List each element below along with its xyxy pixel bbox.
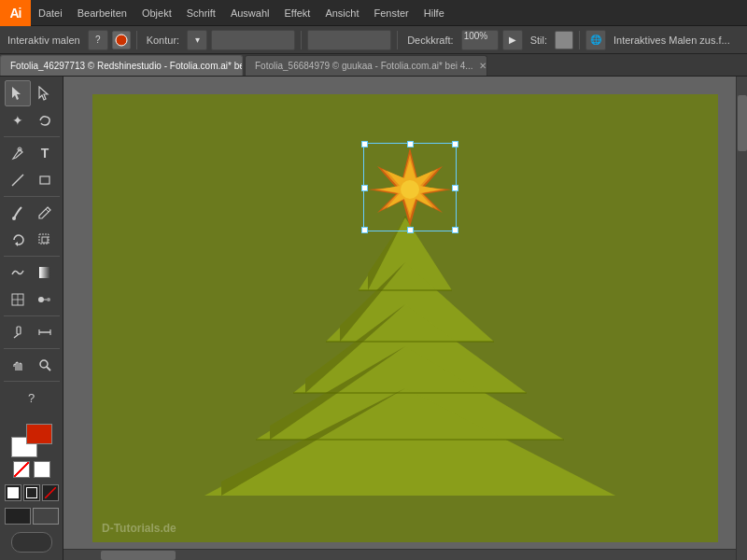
tab-2-label: Fotolia_56684979 © guukaa - Fotolia.com.…: [255, 61, 473, 71]
tool-mesh[interactable]: [5, 287, 31, 313]
stil-swatch[interactable]: [555, 31, 573, 49]
menu-auswahl[interactable]: Auswahl: [223, 0, 277, 25]
svg-rect-11: [39, 267, 50, 278]
menu-schrift[interactable]: Schrift: [179, 0, 223, 25]
svg-point-23: [40, 360, 48, 368]
color-mode-none[interactable]: [42, 484, 59, 501]
tab-bar: Fotolia_46297713 © Redshinestudio - Foto…: [0, 54, 747, 77]
star-ornament[interactable]: [363, 143, 457, 231]
kontur-toggle[interactable]: ▾: [187, 30, 207, 50]
kontur-select[interactable]: [211, 30, 295, 50]
tab-2-close[interactable]: ✕: [479, 61, 486, 71]
svg-line-19: [14, 334, 19, 338]
deckkraft-up[interactable]: ▶: [502, 30, 523, 50]
none-swatch[interactable]: [13, 461, 30, 478]
svg-line-24: [47, 367, 50, 371]
menu-bearbeiten[interactable]: Bearbeiten: [70, 0, 134, 25]
tool-scale[interactable]: [32, 227, 58, 253]
tools-panel: ✦ T: [0, 77, 63, 560]
tool-shape[interactable]: [32, 167, 58, 193]
tool-brush[interactable]: [5, 200, 31, 226]
tool-hand[interactable]: [5, 352, 31, 378]
kontur-label: Kontur:: [143, 35, 183, 46]
svg-line-4: [12, 175, 23, 186]
tool-blend[interactable]: [32, 287, 58, 313]
options-toolbar: Interaktiv malen ? Kontur: ▾ Deckkraft: …: [0, 26, 747, 54]
svg-point-16: [47, 298, 50, 301]
color-swatches: [11, 424, 52, 457]
foreground-color-swatch[interactable]: [26, 424, 52, 444]
tool-lasso[interactable]: [32, 107, 58, 133]
tool-select[interactable]: [5, 80, 31, 106]
view-mode-toggle[interactable]: [11, 532, 52, 553]
screen-mode-normal[interactable]: [5, 508, 31, 525]
tool-rotate[interactable]: [5, 227, 31, 253]
svg-line-7: [46, 209, 49, 212]
tool-warp[interactable]: [5, 259, 31, 286]
menu-datei[interactable]: Datei: [31, 0, 70, 25]
svg-point-0: [116, 35, 127, 46]
star-svg: [363, 143, 457, 231]
deckkraft-value[interactable]: 100%: [461, 30, 499, 50]
toolbar-mode-label: Interaktiv malen: [4, 35, 84, 46]
tool-text[interactable]: T: [32, 140, 58, 166]
svg-rect-9: [42, 237, 48, 243]
tool-question[interactable]: ?: [19, 385, 45, 411]
white-swatch[interactable]: [34, 461, 50, 478]
svg-marker-1: [12, 87, 21, 100]
menu-effekt[interactable]: Effekt: [276, 0, 317, 25]
menu-objekt[interactable]: Objekt: [134, 0, 179, 25]
style-select[interactable]: [307, 30, 391, 50]
tool-measure[interactable]: [32, 319, 58, 345]
color-mode-stroke[interactable]: [23, 484, 40, 501]
tab-1-label: Fotolia_46297713 © Redshinestudio - Foto…: [10, 61, 243, 71]
toolbar-help-btn[interactable]: ?: [88, 30, 108, 50]
horizontal-scrollbar[interactable]: [63, 549, 736, 560]
tool-pencil[interactable]: [32, 200, 58, 226]
canvas-area[interactable]: D-Tutorials.de: [63, 77, 747, 560]
menu-hilfe[interactable]: Hilfe: [416, 0, 452, 25]
tool-magic-wand[interactable]: ✦: [5, 107, 31, 133]
color-area: [4, 424, 60, 556]
svg-point-46: [401, 180, 419, 199]
globe-btn[interactable]: 🌐: [585, 30, 606, 50]
tool-pen[interactable]: [5, 140, 31, 166]
svg-marker-8: [15, 242, 18, 246]
color-mode-fill[interactable]: [5, 484, 21, 501]
menu-bar: Ai Datei Bearbeiten Objekt Schrift Auswa…: [0, 0, 747, 26]
svg-point-6: [12, 217, 16, 220]
vscroll-thumb[interactable]: [738, 95, 747, 151]
svg-line-27: [45, 487, 56, 498]
hint-text: Interaktives Malen zus.f...: [610, 35, 734, 46]
svg-rect-5: [40, 176, 49, 184]
svg-marker-37: [204, 388, 615, 496]
artboard: D-Tutorials.de: [92, 94, 718, 542]
tool-eyedropper[interactable]: [5, 319, 31, 345]
screen-mode-full[interactable]: [33, 508, 59, 525]
tool-line[interactable]: [5, 167, 31, 193]
hscroll-thumb[interactable]: [101, 551, 176, 560]
tab-1[interactable]: Fotolia_46297713 © Redshinestudio - Foto…: [0, 55, 243, 76]
menu-ansicht[interactable]: Ansicht: [317, 0, 366, 25]
svg-marker-2: [39, 87, 48, 100]
tool-gradient[interactable]: [32, 259, 58, 286]
app-logo: Ai: [0, 0, 31, 26]
deckkraft-label: Deckkraft:: [403, 35, 458, 46]
tool-zoom[interactable]: [32, 352, 58, 378]
menu-fenster[interactable]: Fenster: [366, 0, 416, 25]
vertical-scrollbar[interactable]: [736, 77, 747, 560]
toolbar-paint-icon[interactable]: [112, 31, 131, 49]
stil-label: Stil:: [527, 35, 551, 46]
tab-2[interactable]: Fotolia_56684979 © guukaa - Fotolia.com.…: [245, 55, 487, 76]
svg-rect-18: [17, 327, 21, 334]
watermark: D-Tutorials.de: [102, 522, 176, 535]
main-area: ✦ T: [0, 77, 747, 560]
svg-rect-26: [26, 487, 37, 498]
menu-items: Datei Bearbeiten Objekt Schrift Auswahl …: [31, 0, 452, 25]
tool-direct-select[interactable]: [32, 80, 58, 106]
svg-rect-25: [7, 487, 19, 498]
svg-point-15: [38, 297, 44, 302]
